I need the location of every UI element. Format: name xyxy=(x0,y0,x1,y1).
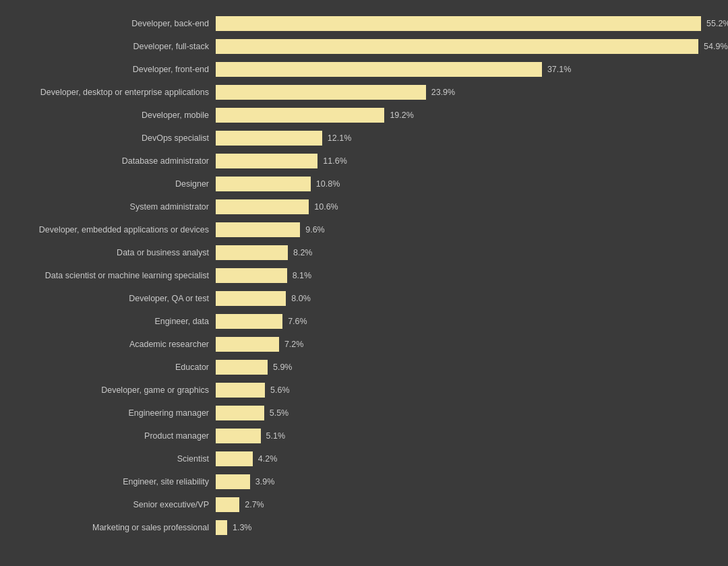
bar-area: 2.7% xyxy=(216,497,715,512)
bar-label: Engineering manager xyxy=(7,408,216,418)
bar-area: 7.2% xyxy=(216,337,715,352)
bar-value: 11.6% xyxy=(323,156,346,166)
bar-value: 12.1% xyxy=(328,133,351,143)
bar-value: 5.5% xyxy=(270,408,289,418)
bar-value: 54.9% xyxy=(704,42,727,51)
bar-area: 37.1% xyxy=(216,62,715,77)
bar-area: 7.6% xyxy=(216,314,715,329)
bar-value: 5.1% xyxy=(266,431,286,441)
bar-value: 23.9% xyxy=(431,88,455,97)
bar xyxy=(216,520,227,535)
bar-value: 5.6% xyxy=(270,385,290,395)
bar-row: Data or business analyst8.2% xyxy=(7,243,715,263)
bar-row: Developer, mobile19.2% xyxy=(7,105,715,125)
bar-chart: Developer, back-end55.2%Developer, full-… xyxy=(7,13,715,538)
bar-label: System administrator xyxy=(7,202,216,212)
bar-area: 5.9% xyxy=(216,360,715,375)
bar-area: 10.6% xyxy=(216,199,715,214)
bar-area: 8.2% xyxy=(216,245,715,260)
bar-label: Developer, embedded applications or devi… xyxy=(7,225,216,234)
bar-row: Engineer, data7.6% xyxy=(7,311,715,332)
bar-value: 7.2% xyxy=(284,340,304,349)
bar-value: 37.1% xyxy=(547,65,571,74)
bar-area: 55.2% xyxy=(216,16,728,31)
bar xyxy=(216,314,282,329)
bar-label: Scientist xyxy=(7,454,216,464)
bar-value: 1.3% xyxy=(233,523,252,532)
bar-value: 2.7% xyxy=(245,500,264,509)
bar xyxy=(216,497,239,512)
bar-value: 3.9% xyxy=(255,477,275,486)
bar-label: Developer, QA or test xyxy=(7,294,216,303)
bar-value: 5.9% xyxy=(273,363,293,372)
bar xyxy=(216,154,317,168)
bar-row: Developer, QA or test8.0% xyxy=(7,288,715,309)
bar-row: Developer, front-end37.1% xyxy=(7,59,715,80)
bar-row: Data scientist or machine learning speci… xyxy=(7,265,715,286)
bar-value: 55.2% xyxy=(706,19,728,28)
bar-area: 23.9% xyxy=(216,85,715,100)
bar-area: 8.1% xyxy=(216,268,715,283)
bar xyxy=(216,62,542,77)
bar-label: Developer, full-stack xyxy=(7,42,216,51)
bar-value: 19.2% xyxy=(390,111,413,120)
bar-area: 5.1% xyxy=(216,429,715,443)
bar-row: Database administrator11.6% xyxy=(7,151,715,171)
bar-label: Academic researcher xyxy=(7,340,216,349)
bar-label: Designer xyxy=(7,179,216,189)
bar xyxy=(216,406,264,420)
bar-label: Engineer, site reliability xyxy=(7,477,216,486)
bar-label: Database administrator xyxy=(7,156,216,166)
bar-row: Developer, full-stack54.9% xyxy=(7,36,715,57)
bar-value: 8.2% xyxy=(293,248,313,257)
bar-row: Developer, embedded applications or devi… xyxy=(7,220,715,240)
bar xyxy=(216,268,287,283)
bar-label: Developer, back-end xyxy=(7,19,216,28)
bar-row: Developer, game or graphics5.6% xyxy=(7,380,715,400)
bar-row: Developer, desktop or enterprise applica… xyxy=(7,82,715,102)
bar xyxy=(216,383,265,398)
bar-label: Data scientist or machine learning speci… xyxy=(7,271,216,280)
bar xyxy=(216,429,261,443)
bar-label: Engineer, data xyxy=(7,317,216,326)
bar-label: Developer, desktop or enterprise applica… xyxy=(7,88,216,97)
bar-row: Educator5.9% xyxy=(7,357,715,377)
bar-label: Developer, mobile xyxy=(7,111,216,120)
bar-area: 5.6% xyxy=(216,383,715,398)
bar xyxy=(216,474,250,489)
bar-row: Designer10.8% xyxy=(7,174,715,194)
bar-area: 4.2% xyxy=(216,451,715,466)
bar xyxy=(216,291,286,306)
bar-row: Scientist4.2% xyxy=(7,449,715,469)
bar xyxy=(216,16,701,31)
bar-value: 8.1% xyxy=(293,271,312,280)
bar-area: 9.6% xyxy=(216,222,715,237)
bar-value: 7.6% xyxy=(288,317,307,326)
bar-value: 10.6% xyxy=(314,202,338,212)
bar-row: Engineer, site reliability3.9% xyxy=(7,472,715,492)
bar-row: Senior executive/VP2.7% xyxy=(7,495,715,515)
bar-label: Data or business analyst xyxy=(7,248,216,257)
bar-area: 12.1% xyxy=(216,131,715,146)
bar-area: 3.9% xyxy=(216,474,715,489)
bar xyxy=(216,222,300,237)
bar-area: 5.5% xyxy=(216,406,715,420)
bar-label: Product manager xyxy=(7,431,216,441)
bar-row: System administrator10.6% xyxy=(7,197,715,217)
bar-row: Product manager5.1% xyxy=(7,426,715,446)
bar xyxy=(216,85,426,100)
bar-area: 11.6% xyxy=(216,154,715,168)
bar-row: Academic researcher7.2% xyxy=(7,334,715,354)
bar-area: 19.2% xyxy=(216,108,715,123)
bar-label: DevOps specialist xyxy=(7,133,216,143)
bar-row: Developer, back-end55.2% xyxy=(7,13,715,34)
bar xyxy=(216,177,311,191)
bar-value: 9.6% xyxy=(305,225,325,234)
bar xyxy=(216,108,384,123)
bar xyxy=(216,337,279,352)
bar-value: 8.0% xyxy=(291,294,311,303)
bar xyxy=(216,360,268,375)
bar xyxy=(216,131,322,146)
bar xyxy=(216,199,309,214)
bar-label: Educator xyxy=(7,363,216,372)
